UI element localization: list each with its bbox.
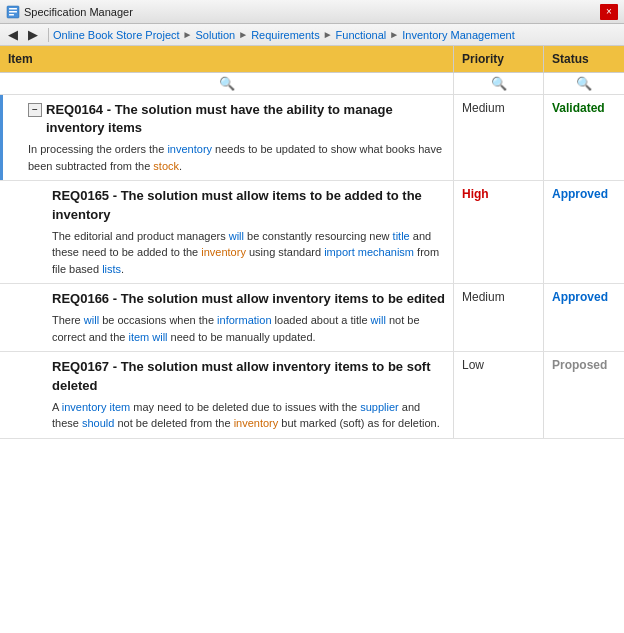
req-status-0166: Approved [544,284,624,351]
breadcrumb-sep-3: ► [323,29,333,40]
req-main-0167: REQ0167 - The solution must allow invent… [0,352,454,437]
desc-hl: stock [153,160,179,172]
req-priority-0166: Medium [454,284,544,351]
desc-text: be constantly resourcing new [244,230,393,242]
table-row: REQ0165 - The solution must allow items … [0,181,624,284]
desc-hl: should [82,417,114,429]
req-title-row-0164: − REQ0164 - The solution must have the a… [28,101,445,137]
nav-separator [48,28,49,42]
desc-hl: title [393,230,410,242]
desc-text: The editorial and product managers [52,230,229,242]
req-desc-0165: The editorial and product managers will … [52,228,445,278]
nav-bar: ◀ ▶ Online Book Store Project ► Solution… [0,24,624,46]
desc-hl: supplier [360,401,399,413]
app-title: Specification Manager [24,6,600,18]
desc-text: . [179,160,182,172]
col-header-item[interactable]: Item [0,46,454,72]
desc-hl: lists [102,263,121,275]
req-main-0165: REQ0165 - The solution must allow items … [0,181,454,283]
req-main-0166: REQ0166 - The solution must allow invent… [0,284,454,351]
breadcrumb-current: Inventory Management [402,29,515,41]
blue-indicator-bar [0,95,3,180]
req-main-0164: − REQ0164 - The solution must have the a… [0,95,454,180]
search-priority-cell[interactable]: 🔍 [454,73,544,94]
desc-text: using standard [246,246,324,258]
desc-text: In processing the orders the [28,143,167,155]
breadcrumb-sep-2: ► [238,29,248,40]
svg-rect-3 [9,14,14,16]
desc-text: A [52,401,62,413]
req-status-0165: Approved [544,181,624,283]
app-icon [6,5,20,19]
breadcrumb-project[interactable]: Online Book Store Project [53,29,180,41]
close-button[interactable]: × [600,4,618,20]
req-title-0165: REQ0165 - The solution must allow items … [52,187,445,223]
desc-hl: item [128,331,149,343]
req-desc-0167: A inventory item may need to be deleted … [52,399,445,432]
desc-hl: information [217,314,271,326]
desc-hl: will [152,331,167,343]
req-title-0166: REQ0166 - The solution must allow invent… [52,290,445,308]
table-row: REQ0166 - The solution must allow invent… [0,284,624,352]
desc-text: but marked (soft) as for deletion. [278,417,439,429]
req-status-0164: Validated [544,95,624,180]
search-status-cell[interactable]: 🔍 [544,73,624,94]
req-title-row-0166: REQ0166 - The solution must allow invent… [52,290,445,308]
desc-hl: inventory item [62,401,130,413]
req-priority-0164: Medium [454,95,544,180]
desc-text: need to be manually updated. [168,331,316,343]
search-item-icon: 🔍 [219,76,235,91]
forward-button[interactable]: ▶ [24,26,42,44]
desc-text: be occasions when the [99,314,217,326]
req-title-0167: REQ0167 - The solution must allow invent… [52,358,445,394]
req-desc-0164: In processing the orders the inventory n… [28,141,445,174]
desc-text: loaded about a title [272,314,371,326]
desc-hl: inventory [167,143,212,155]
desc-hl: inventory [201,246,246,258]
desc-text: may need to be deleted due to issues wit… [130,401,360,413]
desc-hl: will [84,314,99,326]
req-status-0167: Proposed [544,352,624,437]
search-row: 🔍 🔍 🔍 [0,73,624,95]
search-priority-icon: 🔍 [491,76,507,91]
svg-rect-1 [9,8,17,10]
col-header-status[interactable]: Status [544,46,624,72]
col-header-priority[interactable]: Priority [454,46,544,72]
svg-rect-2 [9,11,17,13]
req-title-0164: REQ0164 - The solution must have the abi… [46,101,445,137]
table-header: Item Priority Status [0,46,624,73]
desc-text: not be deleted from the [114,417,233,429]
req-priority-0165: High [454,181,544,283]
req-desc-0166: There will be occasions when the informa… [52,312,445,345]
table-row: REQ0167 - The solution must allow invent… [0,352,624,438]
breadcrumb-functional[interactable]: Functional [336,29,387,41]
breadcrumb-sep-1: ► [183,29,193,40]
breadcrumb-solution[interactable]: Solution [195,29,235,41]
req-title-row-0167: REQ0167 - The solution must allow invent… [52,358,445,394]
desc-hl: import mechanism [324,246,414,258]
desc-hl: will [371,314,386,326]
title-bar: Specification Manager × [0,0,624,24]
desc-hl: inventory [234,417,279,429]
search-status-icon: 🔍 [576,76,592,91]
desc-text: . [121,263,124,275]
breadcrumb-requirements[interactable]: Requirements [251,29,319,41]
req-title-row-0165: REQ0165 - The solution must allow items … [52,187,445,223]
desc-text: There [52,314,84,326]
search-item-cell[interactable]: 🔍 [0,73,454,94]
table-row: − REQ0164 - The solution must have the a… [0,95,624,181]
content-area: − REQ0164 - The solution must have the a… [0,95,624,439]
desc-hl: will [229,230,244,242]
breadcrumb-sep-4: ► [389,29,399,40]
breadcrumb: Online Book Store Project ► Solution ► R… [53,29,515,41]
back-button[interactable]: ◀ [4,26,22,44]
expand-button-0164[interactable]: − [28,103,42,117]
req-priority-0167: Low [454,352,544,437]
